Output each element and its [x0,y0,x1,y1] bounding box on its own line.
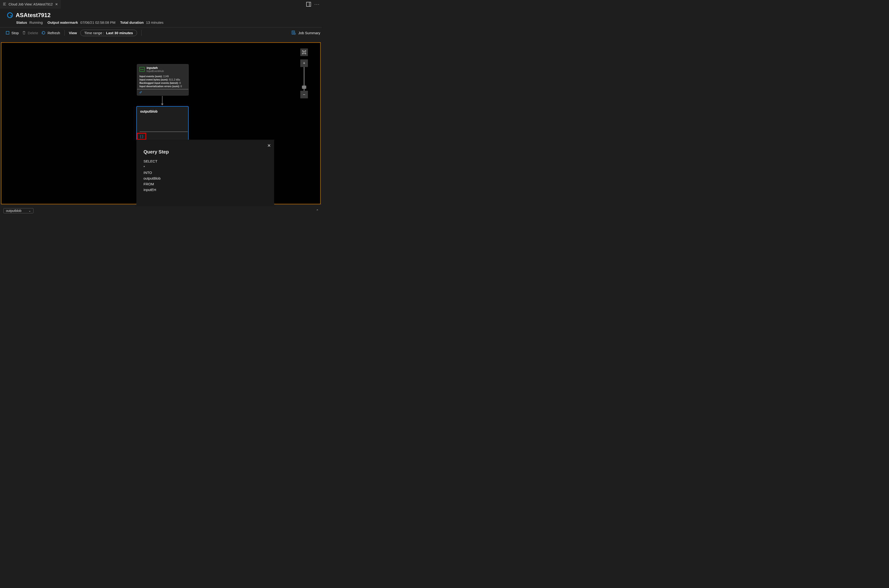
stop-button[interactable]: Stop [6,31,19,35]
job-summary-button[interactable]: Job Summary [298,31,320,35]
zoom-fit-button[interactable] [300,48,308,56]
status-value: Running [30,20,43,24]
job-logo-icon [7,12,13,18]
time-range-value: Last 30 minutes [106,31,133,35]
zoom-slider[interactable] [304,67,304,91]
job-header: ASAtest7912 Status Running Output waterm… [0,9,322,27]
code-line: SELECT [144,159,267,164]
close-icon[interactable]: ✕ [55,2,58,6]
time-range-label: Time range : [84,31,104,35]
status-label: Status [16,20,27,24]
node-input-name: inputeh [147,66,164,70]
node-input-metrics: Input events (sum): 1149 Input event byt… [137,74,188,89]
more-icon[interactable]: ··· [314,2,320,7]
node-input-type: InputEventHub [147,70,164,72]
separator [141,30,142,36]
node-divider [140,132,188,132]
brush-icon [139,91,142,94]
eventhub-icon: ▪▪▪ [139,67,145,72]
metric-label: Input event bytes (sum): [139,78,168,81]
view-label: View [69,31,77,35]
view-button[interactable]: View [69,31,77,35]
metric-value: 511.2 kBs [169,78,180,81]
svg-rect-0 [6,32,9,34]
code-line: outputBlob [144,176,267,181]
editor-tab[interactable]: Cloud Job View: ASAtest7912 ✕ [0,0,61,9]
app-root: Cloud Job View: ASAtest7912 ✕ ··· ASAtes… [0,0,322,214]
code-line: inputEH [144,187,267,193]
zoom-out-button[interactable]: − [300,91,308,98]
stop-label: Stop [11,31,19,35]
query-step-popup: ✕ Query Step SELECT * INTO outputBlob FR… [136,140,274,206]
trash-icon [22,31,26,34]
metric-value: 0 [179,81,181,84]
node-input-footer[interactable] [137,89,188,95]
metric-value: 1149 [163,75,169,78]
zoom-controls: + − [300,48,308,98]
edge-arrow [162,96,162,105]
braces-icon: { } [140,135,143,138]
refresh-icon [41,31,46,35]
job-title: ASAtest7912 [16,12,51,18]
svg-rect-3 [303,51,305,53]
zoom-thumb[interactable] [302,86,306,89]
zoom-in-button[interactable]: + [300,59,308,67]
metric-label: Input events (sum): [139,75,162,78]
node-output-name: outputblob [137,106,188,116]
summary-icon [291,30,296,35]
metric-value: 0 [181,85,182,88]
output-dropdown[interactable]: outputblob ⌄ [3,208,33,213]
refresh-button[interactable]: Refresh [41,31,60,35]
code-line: INTO [144,170,267,176]
delete-button: Delete [22,31,38,35]
code-line: FROM [144,181,267,187]
svg-point-2 [294,33,295,34]
tab-icon [3,2,6,6]
chevron-up-icon[interactable]: ⌃ [316,209,320,213]
query-step-title: Query Step [136,140,274,159]
delete-label: Delete [28,31,38,35]
dropdown-value: outputblob [6,209,21,213]
duration-value: 13 minutes [146,20,163,24]
watermark-label: Output watermark [48,20,78,24]
panel-toggle-icon[interactable] [306,2,311,7]
query-script-button[interactable]: { } [137,133,146,140]
diagram-canvas[interactable]: ▪▪▪ inputeh InputEventHub Input events (… [1,42,321,204]
code-line: * [144,164,267,170]
time-range-selector[interactable]: Time range : Last 30 minutes [80,30,137,36]
metric-label: Input deserialization errors (sum): [139,85,180,88]
tab-title: Cloud Job View: ASAtest7912 [9,2,53,6]
node-input[interactable]: ▪▪▪ inputeh InputEventHub Input events (… [137,64,189,96]
duration-label: Total duration [120,20,144,24]
watermark-value: 07/06/21 02:58:08 PM [80,20,115,24]
chevron-down-icon: ⌄ [28,209,31,212]
metric-label: Backlogged input events (latest): [139,81,178,84]
close-icon[interactable]: ✕ [267,143,271,148]
query-step-code: SELECT * INTO outputBlob FROM inputEH [136,159,274,193]
stop-icon [6,31,9,34]
node-output[interactable]: outputblob { } [136,106,189,140]
bottom-bar: outputblob ⌄ ⌃ [3,208,320,214]
toolbar: Stop Delete Refresh View Time range : La… [0,27,322,38]
tab-bar: Cloud Job View: ASAtest7912 ✕ [0,0,322,9]
refresh-label: Refresh [48,31,60,35]
